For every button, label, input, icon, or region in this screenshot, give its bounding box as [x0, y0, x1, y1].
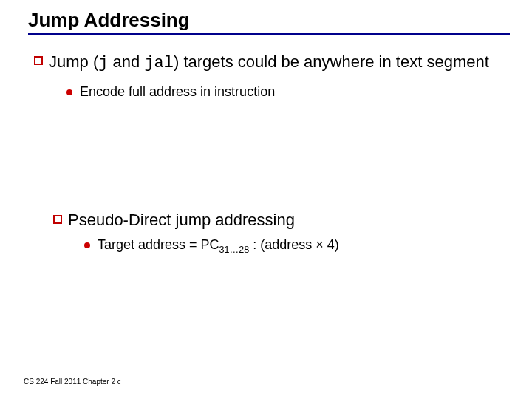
pc-subscript: 31…28 [219, 244, 250, 254]
square-bullet-icon [53, 215, 62, 224]
text-fragment: : (address × 4) [249, 237, 339, 252]
code-jal: jal [144, 54, 174, 72]
text-fragment: ) targets could be anywhere in text segm… [174, 52, 489, 71]
square-bullet-icon [34, 56, 43, 65]
slide-title: Jump Addressing [28, 9, 510, 35]
bullet-jump-targets: Jump (j and jal) targets could be anywhe… [34, 52, 532, 74]
text-fragment: Target address = PC [98, 237, 219, 252]
subbullet-target-address: Target address = PC31…28 : (address × 4) [84, 237, 532, 255]
text-fragment: and [108, 52, 144, 71]
bullet-jump-targets-text: Jump (j and jal) targets could be anywhe… [49, 52, 489, 74]
subbullet-encode-text: Encode full address in instruction [80, 84, 275, 100]
content-area: Jump (j and jal) targets could be anywhe… [0, 52, 532, 254]
dot-bullet-icon [84, 242, 90, 248]
slide: Jump Addressing Jump (j and jal) targets… [0, 0, 532, 399]
footer-text: CS 224 Fall 2011 Chapter 2 c [24, 378, 121, 386]
subbullet-target-address-text: Target address = PC31…28 : (address × 4) [98, 237, 339, 255]
bullet-pseudo-direct: Pseudo-Direct jump addressing [53, 211, 532, 230]
bullet-pseudo-direct-text: Pseudo-Direct jump addressing [68, 211, 295, 230]
text-fragment: Jump ( [49, 52, 98, 71]
dot-bullet-icon [66, 89, 72, 95]
code-j: j [98, 54, 108, 72]
title-wrap: Jump Addressing [28, 9, 510, 35]
subbullet-encode: Encode full address in instruction [66, 84, 532, 100]
